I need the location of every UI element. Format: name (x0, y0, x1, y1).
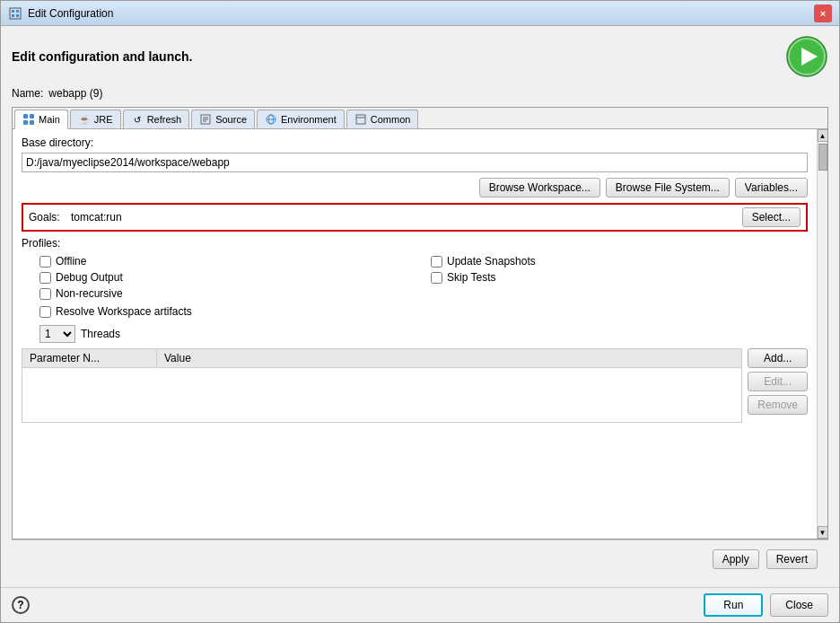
table-area-wrapper: Parameter N... Value Add... Edit... Remo… (22, 348, 808, 423)
source-tab-icon (199, 113, 212, 126)
tab-main[interactable]: Main (14, 110, 68, 129)
resolve-label: Resolve Workspace artifacts (56, 305, 192, 318)
window-icon (8, 6, 22, 21)
skip-tests-checkbox-item: Skip Tests (431, 271, 808, 284)
svg-rect-8 (23, 114, 28, 118)
footer-bar: ? Run Close (1, 587, 839, 622)
panel-content: Base directory: Browse Workspace... Brow… (13, 129, 817, 539)
common-tab-icon (354, 113, 367, 126)
offline-checkbox-item: Offline (39, 255, 416, 268)
revert-button[interactable]: Revert (766, 549, 818, 569)
params-table: Parameter N... Value (22, 348, 742, 423)
tab-environment[interactable]: Environment (257, 110, 345, 128)
svg-rect-19 (356, 115, 365, 124)
base-directory-label: Base directory: (22, 136, 808, 149)
svg-rect-10 (23, 120, 28, 125)
scroll-thumb[interactable] (818, 144, 827, 171)
threads-select[interactable]: 1 2 4 (39, 325, 75, 343)
base-directory-input[interactable] (22, 153, 808, 172)
browse-filesystem-button[interactable]: Browse File System... (606, 178, 730, 197)
header-row: Edit configuration and launch. (12, 35, 828, 78)
browse-workspace-button[interactable]: Browse Workspace... (479, 178, 600, 197)
svg-rect-2 (16, 10, 19, 13)
svg-rect-0 (10, 8, 21, 19)
update-snapshots-checkbox-item: Update Snapshots (431, 255, 808, 268)
jre-tab-icon: ☕ (78, 113, 91, 126)
tab-environment-label: Environment (281, 114, 337, 125)
params-body[interactable] (22, 368, 741, 422)
page-title: Edit configuration and launch. (12, 49, 192, 64)
name-label: Name: (12, 87, 43, 100)
non-recursive-checkbox-item: Non-recursive (39, 287, 416, 300)
tab-jre-label: JRE (94, 114, 113, 125)
run-icon[interactable] (785, 35, 828, 78)
title-bar: Edit Configuration × (1, 1, 839, 26)
base-directory-group: Base directory: (22, 136, 808, 172)
resolve-row: Resolve Workspace artifacts (22, 305, 808, 318)
non-recursive-label: Non-recursive (56, 287, 123, 300)
table-buttons: Add... Edit... Remove (748, 348, 808, 415)
tab-common[interactable]: Common (346, 110, 419, 128)
tab-main-label: Main (39, 114, 60, 125)
skip-tests-label: Skip Tests (447, 271, 495, 284)
tab-source-label: Source (215, 114, 247, 125)
refresh-tab-icon: ↺ (131, 113, 144, 126)
name-row: Name: webapp (9) (12, 87, 828, 100)
debug-output-checkbox[interactable] (39, 272, 51, 284)
close-button[interactable]: Close (770, 593, 828, 617)
name-value: webapp (9) (48, 87, 102, 100)
debug-output-label: Debug Output (56, 271, 123, 284)
skip-tests-checkbox[interactable] (431, 272, 442, 284)
main-panel: Main ☕ JRE ↺ Refresh (12, 107, 828, 540)
vertical-scrollbar[interactable]: ▲ ▼ (817, 129, 827, 539)
help-button[interactable]: ? (12, 596, 30, 614)
params-header: Parameter N... Value (22, 349, 741, 368)
add-button[interactable]: Add... (748, 348, 808, 368)
tab-jre[interactable]: ☕ JRE (70, 110, 121, 128)
profiles-label: Profiles: (22, 237, 808, 250)
offline-checkbox[interactable] (39, 256, 51, 268)
svg-rect-9 (30, 114, 34, 118)
variables-button[interactable]: Variables... (735, 178, 808, 197)
edit-button[interactable]: Edit... (748, 372, 808, 391)
scroll-up-button[interactable]: ▲ (818, 129, 828, 142)
offline-label: Offline (56, 255, 86, 268)
non-recursive-checkbox[interactable] (39, 288, 51, 300)
apply-button[interactable]: Apply (713, 549, 759, 569)
params-col1: Parameter N... (22, 349, 157, 367)
svg-rect-4 (16, 14, 19, 17)
checkboxes-grid: Offline Update Snapshots Debug Output (22, 255, 808, 300)
goals-label: Goals: (29, 211, 65, 224)
main-tab-icon (22, 113, 35, 126)
tab-source[interactable]: Source (191, 110, 255, 128)
tab-refresh[interactable]: ↺ Refresh (123, 110, 190, 128)
footer-right: Run Close (704, 593, 828, 617)
tab-common-label: Common (371, 114, 411, 125)
environment-tab-icon (265, 113, 277, 126)
scroll-down-button[interactable]: ▼ (818, 526, 828, 539)
edit-configuration-window: Edit Configuration × Edit configuration … (0, 0, 840, 623)
tab-refresh-label: Refresh (147, 114, 182, 125)
threads-label: Threads (81, 328, 120, 340)
remove-button[interactable]: Remove (748, 395, 808, 415)
profiles-section: Profiles: Offline Update Snapshots (22, 237, 808, 318)
threads-row: 1 2 4 Threads (22, 325, 808, 343)
svg-rect-11 (30, 120, 34, 125)
update-snapshots-checkbox[interactable] (431, 256, 442, 268)
content-area: Edit configuration and launch. Name: web… (1, 26, 839, 587)
browse-button-row: Browse Workspace... Browse File System..… (22, 178, 808, 197)
panel-scroll-wrapper: Base directory: Browse Workspace... Brow… (13, 129, 827, 539)
window-title: Edit Configuration (28, 7, 814, 20)
tabs-bar: Main ☕ JRE ↺ Refresh (13, 108, 827, 129)
scroll-inner: Base directory: Browse Workspace... Brow… (13, 129, 817, 539)
update-snapshots-label: Update Snapshots (447, 255, 536, 268)
select-button[interactable]: Select... (742, 207, 801, 227)
bottom-bar: Apply Revert (12, 540, 828, 578)
close-window-button[interactable]: × (814, 4, 832, 22)
params-col2: Value (157, 349, 741, 367)
run-button[interactable]: Run (704, 593, 763, 617)
svg-rect-1 (12, 10, 14, 13)
goals-input[interactable] (70, 210, 737, 224)
debug-output-checkbox-item: Debug Output (39, 271, 416, 284)
resolve-workspace-checkbox[interactable] (39, 306, 51, 318)
